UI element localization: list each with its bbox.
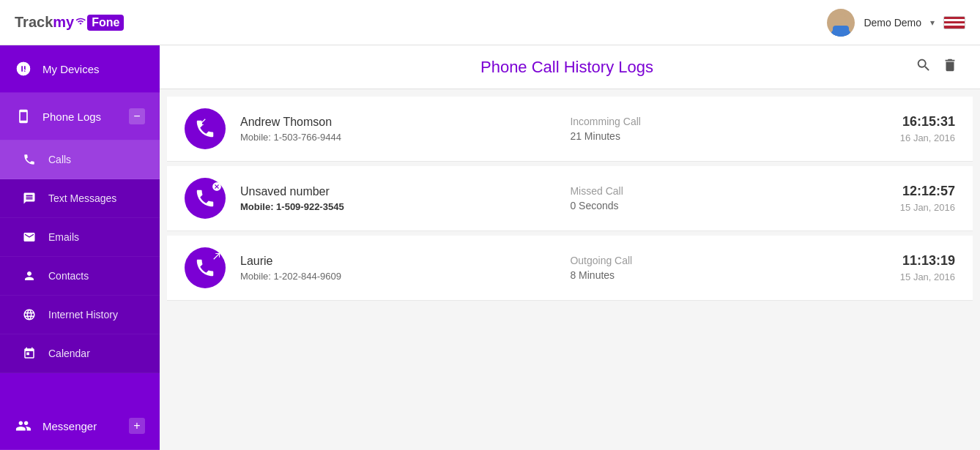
- table-row[interactable]: Andrew Thomson Mobile: 1-503-766-9444 In…: [167, 97, 973, 162]
- sidebar-sub-item-calls-label: Calls: [48, 154, 71, 165]
- sidebar-item-my-devices[interactable]: My Devices: [0, 45, 160, 93]
- sidebar: My Devices Phone Logs − Calls: [0, 45, 160, 450]
- call-date: 15 Jan, 2016: [900, 271, 955, 282]
- sidebar-sub-item-text-messages-label: Text Messages: [48, 192, 116, 204]
- sidebar-sub-item-internet-history[interactable]: Internet History: [0, 296, 160, 334]
- text-messages-icon: [21, 190, 38, 207]
- user-name: Demo Demo: [864, 17, 921, 29]
- sidebar-sub-item-emails[interactable]: Emails: [0, 218, 160, 257]
- call-info: Laurie Mobile: 1-202-844-9609: [240, 255, 555, 282]
- sidebar-sub-item-internet-history-label: Internet History: [48, 309, 118, 320]
- content-actions: [916, 57, 958, 77]
- main-layout: My Devices Phone Logs − Calls: [0, 45, 980, 450]
- call-duration: 0 Seconds: [570, 200, 885, 211]
- avatar: [827, 9, 855, 37]
- call-time: 12:12:57 15 Jan, 2016: [900, 184, 955, 213]
- contacts-icon: [21, 267, 38, 285]
- country-flag: [943, 16, 965, 29]
- phone-logs-icon: [15, 108, 32, 125]
- calls-icon: [21, 151, 38, 168]
- content-area: Phone Call History Logs: [160, 45, 980, 450]
- call-log-list: Andrew Thomson Mobile: 1-503-766-9444 In…: [160, 89, 980, 450]
- call-number: Mobile: 1-503-766-9444: [240, 132, 555, 143]
- call-time-value: 16:15:31: [900, 114, 955, 130]
- sidebar-sub-item-contacts[interactable]: Contacts: [0, 257, 160, 296]
- call-name: Unsaved number: [240, 185, 555, 198]
- call-avatar-incoming: [185, 108, 226, 149]
- header-user-section: Demo Demo ▾: [827, 9, 965, 37]
- call-time: 16:15:31 16 Jan, 2016: [900, 114, 955, 143]
- logo-fone: Fone: [87, 15, 124, 31]
- call-date: 16 Jan, 2016: [900, 132, 955, 143]
- svg-rect-2: [833, 26, 849, 37]
- sidebar-sub-item-calendar[interactable]: Calendar: [0, 334, 160, 373]
- call-type: Incomming Call 21 Minutes: [570, 116, 885, 142]
- phone-logs-collapse-btn[interactable]: −: [129, 108, 145, 124]
- wifi-icon: [75, 16, 86, 29]
- call-duration: 8 Minutes: [570, 269, 885, 281]
- call-avatar-outgoing: [185, 247, 226, 288]
- call-avatar-missed: [185, 178, 226, 219]
- call-info: Andrew Thomson Mobile: 1-503-766-9444: [240, 116, 555, 143]
- sidebar-sub-item-emails-label: Emails: [48, 231, 79, 243]
- call-time: 11:13:19 15 Jan, 2016: [900, 253, 955, 282]
- sidebar-item-messenger[interactable]: Messenger +: [0, 402, 160, 450]
- delete-icon[interactable]: [942, 57, 958, 77]
- messenger-icon: [15, 417, 32, 435]
- internet-history-icon: [21, 306, 38, 323]
- call-time-value: 12:12:57: [900, 184, 955, 199]
- sidebar-item-phone-logs[interactable]: Phone Logs −: [0, 93, 160, 140]
- user-dropdown-arrow[interactable]: ▾: [930, 18, 935, 28]
- app-header: Track my Fone Demo Demo ▾: [0, 0, 980, 45]
- messenger-add-btn[interactable]: +: [129, 418, 145, 434]
- table-row[interactable]: Laurie Mobile: 1-202-844-9609 Outgoing C…: [167, 236, 973, 301]
- call-number: Mobile: 1-509-922-3545: [240, 201, 555, 212]
- call-name: Andrew Thomson: [240, 116, 555, 129]
- logo: Track my Fone: [15, 14, 124, 31]
- sidebar-sub-item-text-messages[interactable]: Text Messages: [0, 179, 160, 218]
- calendar-icon: [21, 345, 38, 362]
- call-info: Unsaved number Mobile: 1-509-922-3545: [240, 185, 555, 212]
- logo-my: my: [53, 14, 74, 31]
- sidebar-item-messenger-label: Messenger: [42, 420, 119, 432]
- call-name: Laurie: [240, 255, 555, 268]
- call-type: Missed Call 0 Seconds: [570, 185, 885, 211]
- content-header: Phone Call History Logs: [160, 45, 980, 89]
- call-type-label: Incomming Call: [570, 116, 885, 127]
- content-title: Phone Call History Logs: [218, 58, 916, 77]
- sidebar-sub-item-contacts-label: Contacts: [48, 270, 89, 282]
- table-row[interactable]: Unsaved number Mobile: 1-509-922-3545 Mi…: [167, 166, 973, 231]
- speedometer-icon: [15, 60, 32, 78]
- call-duration: 21 Minutes: [570, 130, 885, 142]
- call-type: Outgoing Call 8 Minutes: [570, 255, 885, 281]
- call-time-value: 11:13:19: [900, 253, 955, 269]
- sidebar-sub-item-calendar-label: Calendar: [48, 348, 90, 359]
- search-icon[interactable]: [916, 57, 932, 77]
- logo-track: Track: [15, 14, 53, 31]
- call-number: Mobile: 1-202-844-9609: [240, 271, 555, 282]
- sidebar-sub-item-calls[interactable]: Calls: [0, 140, 160, 179]
- sidebar-item-phone-logs-label: Phone Logs: [42, 110, 119, 123]
- emails-icon: [21, 228, 38, 246]
- sidebar-item-my-devices-label: My Devices: [42, 63, 145, 75]
- svg-point-3: [836, 14, 846, 24]
- call-type-label: Missed Call: [570, 185, 885, 197]
- call-type-label: Outgoing Call: [570, 255, 885, 266]
- call-date: 15 Jan, 2016: [900, 202, 955, 213]
